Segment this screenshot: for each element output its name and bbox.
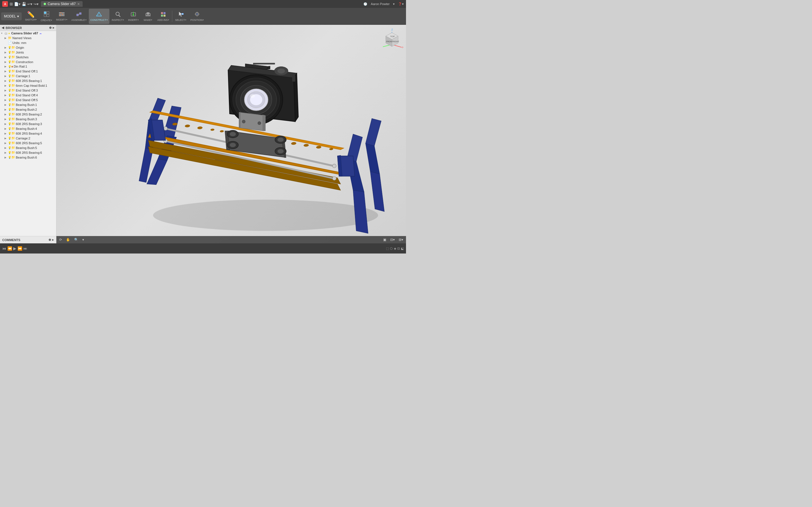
construction-expand[interactable]: ▶: [4, 61, 8, 63]
bearing-bush-4-bulb[interactable]: 💡: [8, 127, 11, 130]
bearing-608-2-expand[interactable]: ▶: [4, 113, 8, 116]
bearing-608-6-bulb[interactable]: 💡: [8, 151, 11, 154]
din-rail-expand[interactable]: ▶: [4, 65, 8, 68]
end-stand-1-expand[interactable]: ▶: [4, 70, 8, 73]
save-btn[interactable]: 💾: [22, 2, 26, 6]
joints-expand[interactable]: ▶: [4, 51, 8, 54]
named-views-expand[interactable]: ▶: [4, 37, 8, 40]
bearing-bush-3-expand[interactable]: ▶: [4, 118, 8, 121]
inspect-group[interactable]: INSPECT ▾: [110, 9, 126, 24]
assemble-group[interactable]: ASSEMBLE ▾: [70, 9, 88, 24]
play-prev-btn[interactable]: ⏮: [2, 246, 6, 251]
end-stand-4-bulb[interactable]: 💡: [8, 94, 11, 97]
construction-bulb[interactable]: 💡: [8, 60, 11, 63]
bearing-608-3-item[interactable]: ▶ 💡 📁 608 2RS Bearing:3: [0, 121, 56, 126]
bearing-608-4-bulb[interactable]: 💡: [8, 132, 11, 135]
tool-3[interactable]: ◈: [394, 247, 396, 250]
document-tab[interactable]: Camera Slider v87 ✕: [41, 1, 83, 7]
joints-item[interactable]: ▶ 💡 📁 Joints: [0, 50, 56, 55]
construct-group[interactable]: CONSTRUCT ▾: [89, 9, 110, 24]
sketch-group[interactable]: ✏️ SKETCH ▾: [23, 9, 39, 24]
bearing-608-1-item[interactable]: ▶ 💡 📁 608 2RS Bearing:1: [0, 78, 56, 83]
bearing-608-5-expand[interactable]: ▶: [4, 142, 8, 145]
cap-bold-1-expand[interactable]: ▶: [4, 84, 8, 87]
sketches-bulb[interactable]: 💡: [8, 55, 11, 59]
carriage-1-bulb[interactable]: 💡: [8, 74, 11, 77]
joints-bulb[interactable]: 💡: [8, 51, 11, 54]
bearing-608-4-item[interactable]: ▶ 💡 📁 608 2RS Bearing:4: [0, 131, 56, 136]
display-mode-btn[interactable]: ▣: [382, 237, 388, 242]
cube-nav[interactable]: Z X TOP RIGHT FRONT: [380, 27, 403, 50]
origin-bulb[interactable]: 💡: [8, 46, 11, 49]
bearing-bush-2-bulb[interactable]: 💡: [8, 108, 11, 111]
insert-group[interactable]: INSERT ▾: [126, 9, 140, 24]
tool-5[interactable]: ⬕: [401, 247, 404, 250]
bearing-608-2-bulb[interactable]: 💡: [8, 113, 11, 116]
end-stand-1-item[interactable]: ▶ 💡 📁 End Stand Off:1: [0, 69, 56, 73]
make-group[interactable]: MAKE ▾: [141, 9, 155, 24]
sidebar-options-btn[interactable]: ⊕: [49, 26, 52, 30]
end-stand-3-expand[interactable]: ▶: [4, 89, 8, 92]
bearing-bush-5-expand[interactable]: ▶: [4, 147, 8, 149]
carriage-1-expand[interactable]: ▶: [4, 75, 8, 77]
bearing-bush-1-expand[interactable]: ▶: [4, 103, 8, 106]
orbit-btn[interactable]: ⟳: [58, 237, 63, 242]
zoom-dropdown[interactable]: ▾: [81, 237, 85, 242]
tool-2[interactable]: ⬡: [390, 247, 393, 250]
named-views-item[interactable]: ▶ 📁 Named Views: [0, 36, 56, 40]
viewport[interactable]: SONY: [56, 25, 406, 243]
bearing-bush-4-expand[interactable]: ▶: [4, 127, 8, 130]
carriage-1-item[interactable]: ▶ 💡 📁 Carriage:1: [0, 73, 56, 78]
play-btn[interactable]: ▶: [13, 246, 16, 251]
comments-expand-btn[interactable]: ▸: [52, 238, 54, 242]
grid-btn[interactable]: ⊞▾: [398, 237, 404, 242]
bearing-608-4-expand[interactable]: ▶: [4, 132, 8, 135]
carriage-2-item[interactable]: ▶ 💡 📁 Carriage:2: [0, 136, 56, 140]
carriage-2-bulb[interactable]: 💡: [8, 136, 11, 140]
redo-btn[interactable]: ↪▾: [34, 2, 39, 6]
help-btn[interactable]: ❓▾: [398, 2, 404, 6]
comments-add-btn[interactable]: ⊕: [49, 238, 51, 242]
addins-group[interactable]: ADD-INS ▾: [156, 9, 171, 24]
bearing-608-5-item[interactable]: ▶ 💡 📁 608 2RS Bearing:5: [0, 140, 56, 145]
modify-group[interactable]: MODIFY ▾: [54, 9, 69, 24]
select-group[interactable]: SELECT ▾: [173, 9, 188, 24]
bearing-bush-6-item[interactable]: ▶ 💡 📁 Bearing Bush:6: [0, 155, 56, 160]
end-stand-3-bulb[interactable]: 💡: [8, 89, 11, 92]
create-group[interactable]: CREATE ▾: [39, 9, 54, 24]
sketches-item[interactable]: ▶ 💡 📁 Sketches: [0, 55, 56, 59]
carriage-2-expand[interactable]: ▶: [4, 137, 8, 140]
end-stand-5-item[interactable]: ▶ 💡 📁 End Stand Off:5: [0, 98, 56, 102]
end-stand-3-item[interactable]: ▶ 💡 📁 End Stand Off:3: [0, 88, 56, 93]
bearing-bush-6-expand[interactable]: ▶: [4, 156, 8, 159]
bearing-bush-4-item[interactable]: ▶ 💡 📁 Bearing Bush:4: [0, 126, 56, 131]
root-expand[interactable]: ▾: [1, 32, 4, 35]
bearing-608-3-expand[interactable]: ▶: [4, 122, 8, 125]
bearing-bush-1-bulb[interactable]: 💡: [8, 103, 11, 106]
view-options-btn[interactable]: ⊟▾: [389, 237, 396, 242]
cap-bold-1-item[interactable]: ▶ 💡 📁 6mm Cap Head Bold:1: [0, 83, 56, 88]
model-dropdown[interactable]: MODEL ▾: [1, 12, 22, 20]
bearing-608-1-expand[interactable]: ▶: [4, 79, 8, 82]
root-eye-icon[interactable]: ●: [8, 32, 10, 35]
bearing-bush-6-bulb[interactable]: 💡: [8, 156, 11, 159]
end-stand-5-bulb[interactable]: 💡: [8, 98, 11, 101]
units-item[interactable]: ▶ 📄 Units: mm: [0, 40, 56, 45]
bearing-bush-3-item[interactable]: ▶ 💡 📁 Bearing Bush:3: [0, 117, 56, 121]
sidebar-collapse-btn[interactable]: ◀: [2, 26, 4, 30]
bearing-608-6-item[interactable]: ▶ 💡 📁 608 2RS Bearing:6: [0, 150, 56, 155]
bearing-bush-3-bulb[interactable]: 💡: [8, 117, 11, 121]
bearing-608-1-bulb[interactable]: 💡: [8, 79, 11, 82]
tree-root-item[interactable]: ▾ 🗂 ● Camera Slider v87 ☁: [0, 31, 56, 36]
bearing-608-6-expand[interactable]: ▶: [4, 151, 8, 154]
din-rail-item[interactable]: ▶ 💡 ■ Din Rail:1: [0, 64, 56, 69]
sidebar-collapse-right[interactable]: ▸: [53, 26, 54, 30]
zoom-btn[interactable]: 🔍: [73, 237, 80, 242]
bearing-bush-2-expand[interactable]: ▶: [4, 108, 8, 111]
end-stand-4-item[interactable]: ▶ 💡 📁 End Stand Off:4: [0, 93, 56, 98]
bearing-bush-2-item[interactable]: ▶ 💡 📁 Bearing Bush:2: [0, 107, 56, 112]
step-back-btn[interactable]: ⏪: [7, 246, 12, 251]
cap-bold-1-bulb[interactable]: 💡: [8, 84, 11, 87]
end-stand-4-expand[interactable]: ▶: [4, 94, 8, 97]
bearing-608-2-item[interactable]: ▶ 💡 📁 608 2RS Bearing:2: [0, 112, 56, 117]
